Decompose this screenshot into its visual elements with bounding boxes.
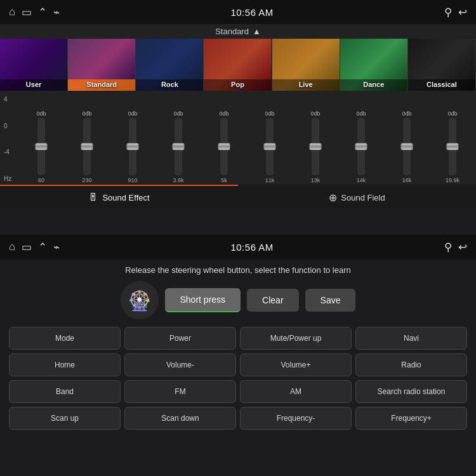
eq-band-230: 0db 230 <box>65 110 109 183</box>
eq-band-14k-hz: 14k <box>357 177 366 183</box>
eq-band-13k-db: 0db <box>310 110 320 117</box>
btn-mode[interactable]: Mode <box>9 327 121 350</box>
btn-radio[interactable]: Radio <box>355 354 467 376</box>
preset-dance[interactable]: Dance <box>340 39 408 91</box>
eq-band-14k-track[interactable] <box>357 118 365 175</box>
preset-row: User Standard Rock Pop Live Dance Classi… <box>0 39 476 91</box>
eq-band-60-db: 0db <box>36 110 46 117</box>
preset-live[interactable]: Live <box>272 39 340 91</box>
tab-sound-effect-label: Sound Effect <box>102 193 149 202</box>
eq-band-910: 0db 910 <box>110 110 155 183</box>
chevron-up-icon[interactable]: ⌃ <box>38 6 47 19</box>
bottom-back-icon[interactable]: ↩ <box>458 241 467 254</box>
eq-band-3k6-thumb[interactable] <box>172 143 185 150</box>
eq-db-bot: -4 <box>4 149 17 155</box>
steering-wheel-icon-wrap: 🎡 <box>121 281 159 319</box>
btn-home[interactable]: Home <box>9 354 121 376</box>
eq-band-13k-track[interactable] <box>312 118 319 175</box>
tab-sound-effect[interactable]: 🎚 Sound Effect <box>0 185 238 209</box>
btn-navi[interactable]: Navi <box>355 327 467 350</box>
eq-band-230-hz: 230 <box>82 177 91 183</box>
location-icon[interactable]: ⚲ <box>444 6 452 19</box>
eq-band-19k9-thumb[interactable] <box>446 143 459 150</box>
eq-db-mid: 0 <box>4 122 17 129</box>
bottom-status-right-icons: ⚲ ↩ <box>444 241 467 254</box>
btn-band[interactable]: Band <box>9 380 121 403</box>
eq-band-5k-thumb[interactable] <box>218 143 230 150</box>
eq-band-5k-db: 0db <box>219 110 228 117</box>
btn-volume-up[interactable]: Volume+ <box>240 354 352 376</box>
eq-band-230-track[interactable] <box>83 118 91 175</box>
sw-instruction: Release the steering wheel button, selec… <box>0 259 476 279</box>
btn-mute-power-up[interactable]: Mute/Power up <box>240 327 352 350</box>
btn-scan-up[interactable]: Scan up <box>9 407 121 430</box>
btn-search-radio[interactable]: Search radio station <box>355 380 467 403</box>
preset-classical[interactable]: Classical <box>408 39 476 91</box>
status-bar-left-icons: ⌂ ▭ ⌃ ⌁ <box>9 6 60 19</box>
tab-sound-field-label: Sound Field <box>341 193 385 202</box>
btn-volume-down[interactable]: Volume- <box>124 354 236 376</box>
eq-band-11k-db: 0db <box>265 110 274 117</box>
eq-band-3k6-track[interactable] <box>175 118 182 175</box>
bottom-location-icon[interactable]: ⚲ <box>444 241 452 254</box>
btn-am[interactable]: AM <box>240 380 352 403</box>
preset-chevron-icon: ▲ <box>253 27 261 36</box>
eq-band-910-hz: 910 <box>128 177 137 183</box>
eq-band-16k-track[interactable] <box>403 118 411 175</box>
btn-freq-up[interactable]: Frequency+ <box>355 407 467 430</box>
eq-hz-unit: Hz <box>4 175 17 182</box>
eq-band-60-track[interactable] <box>37 118 45 175</box>
bottom-time: 10:56 AM <box>230 242 273 253</box>
eq-area: 4 0 -4 Hz 0db 60 0db 230 <box>0 91 476 185</box>
eq-band-230-thumb[interactable] <box>81 143 93 150</box>
tab-sound-field[interactable]: ⊕ Sound Field <box>238 185 476 209</box>
screen-icon[interactable]: ▭ <box>22 6 32 19</box>
bottom-screen-icon[interactable]: ▭ <box>22 241 32 254</box>
clear-button[interactable]: Clear <box>247 289 298 312</box>
eq-band-910-db: 0db <box>128 110 137 117</box>
eq-band-910-track[interactable] <box>129 118 136 175</box>
eq-band-14k-db: 0db <box>356 110 366 117</box>
preset-user-label: User <box>0 79 67 91</box>
eq-band-14k-thumb[interactable] <box>355 143 367 150</box>
btn-power[interactable]: Power <box>124 327 236 350</box>
eq-band-3k6-hz: 3.6k <box>173 177 183 183</box>
eq-band-5k-hz: 5k <box>221 177 227 183</box>
eq-band-910-thumb[interactable] <box>126 143 139 150</box>
eq-band-16k-thumb[interactable] <box>400 143 413 150</box>
preset-rock[interactable]: Rock <box>136 39 204 91</box>
eq-band-14k: 0db 14k <box>339 110 383 183</box>
home-icon[interactable]: ⌂ <box>9 6 15 18</box>
eq-band-3k6: 0db 3.6k <box>156 110 201 183</box>
usb-icon[interactable]: ⌁ <box>53 6 60 19</box>
eq-band-60-thumb[interactable] <box>35 143 48 150</box>
preset-user[interactable]: User <box>0 39 68 91</box>
sound-effect-icon: 🎚 <box>88 192 98 203</box>
save-button[interactable]: Save <box>305 289 356 312</box>
eq-band-11k-track[interactable] <box>266 118 274 175</box>
top-time: 10:56 AM <box>230 7 273 18</box>
back-icon[interactable]: ↩ <box>458 6 467 19</box>
bottom-chevron-icon[interactable]: ⌃ <box>38 241 47 254</box>
bottom-home-icon[interactable]: ⌂ <box>9 241 15 253</box>
preset-header[interactable]: Standard ▲ <box>0 24 476 39</box>
eq-tabs: 🎚 Sound Effect ⊕ Sound Field <box>0 185 476 209</box>
short-press-button[interactable]: Short press <box>165 288 241 312</box>
btn-scan-down[interactable]: Scan down <box>124 407 236 430</box>
equalizer-panel: ⌂ ▭ ⌃ ⌁ 10:56 AM ⚲ ↩ Standard ▲ User Sta… <box>0 0 476 235</box>
eq-band-13k-thumb[interactable] <box>309 143 322 150</box>
eq-band-3k6-db: 0db <box>173 110 183 117</box>
eq-band-11k-thumb[interactable] <box>263 143 276 150</box>
eq-db-scale: 4 0 -4 Hz <box>1 95 19 183</box>
btn-freq-down[interactable]: Frequency- <box>240 407 352 430</box>
bottom-usb-icon[interactable]: ⌁ <box>53 241 60 254</box>
preset-pop[interactable]: Pop <box>204 39 272 91</box>
eq-band-16k-hz: 16k <box>402 177 412 183</box>
status-bar-right-icons: ⚲ ↩ <box>444 6 467 19</box>
btn-fm[interactable]: FM <box>124 380 236 403</box>
eq-band-5k-track[interactable] <box>220 118 228 175</box>
eq-band-19k9-track[interactable] <box>449 118 456 175</box>
preset-standard[interactable]: Standard <box>68 39 136 91</box>
sound-field-icon: ⊕ <box>329 192 337 204</box>
preset-classical-label: Classical <box>408 79 475 91</box>
